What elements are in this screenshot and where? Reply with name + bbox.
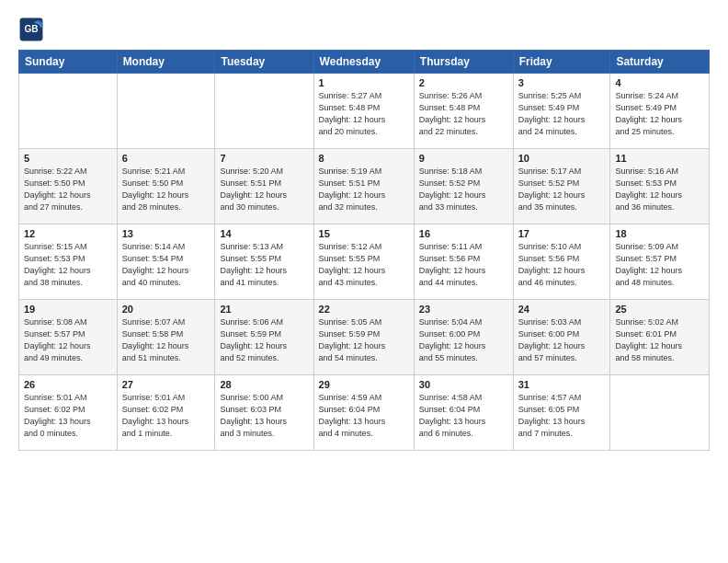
- day-info: Sunrise: 5:16 AM Sunset: 5:53 PM Dayligh…: [615, 166, 704, 213]
- day-number: 11: [615, 153, 704, 164]
- day-number: 17: [518, 228, 606, 239]
- day-info: Sunrise: 5:10 AM Sunset: 5:56 PM Dayligh…: [518, 241, 606, 289]
- calendar-cell: 1Sunrise: 5:27 AM Sunset: 5:48 PM Daylig…: [313, 74, 414, 149]
- weekday-header-tuesday: Tuesday: [215, 51, 313, 74]
- calendar-cell: [19, 74, 118, 149]
- week-row-5: 26Sunrise: 5:01 AM Sunset: 6:02 PM Dayli…: [19, 375, 710, 451]
- day-number: 22: [319, 304, 409, 315]
- day-info: Sunrise: 5:17 AM Sunset: 5:52 PM Dayligh…: [518, 166, 606, 213]
- day-info: Sunrise: 5:07 AM Sunset: 5:58 PM Dayligh…: [122, 316, 210, 364]
- day-info: Sunrise: 5:19 AM Sunset: 5:51 PM Dayligh…: [319, 166, 409, 213]
- day-number: 29: [319, 379, 409, 390]
- day-info: Sunrise: 5:09 AM Sunset: 5:57 PM Dayligh…: [615, 241, 704, 289]
- day-number: 18: [615, 228, 704, 239]
- day-info: Sunrise: 5:21 AM Sunset: 5:50 PM Dayligh…: [122, 166, 210, 213]
- day-info: Sunrise: 5:06 AM Sunset: 5:59 PM Dayligh…: [220, 316, 308, 364]
- day-info: Sunrise: 5:01 AM Sunset: 6:02 PM Dayligh…: [122, 392, 210, 440]
- calendar-cell: 30Sunrise: 4:58 AM Sunset: 6:04 PM Dayli…: [414, 375, 513, 451]
- logo: GB: [18, 17, 46, 42]
- calendar-cell: 11Sunrise: 5:16 AM Sunset: 5:53 PM Dayli…: [610, 149, 710, 224]
- calendar-cell: 21Sunrise: 5:06 AM Sunset: 5:59 PM Dayli…: [215, 300, 313, 375]
- calendar-cell: 3Sunrise: 5:25 AM Sunset: 5:49 PM Daylig…: [513, 74, 610, 149]
- day-number: 8: [319, 153, 409, 164]
- calendar-cell: 4Sunrise: 5:24 AM Sunset: 5:49 PM Daylig…: [610, 74, 710, 149]
- day-info: Sunrise: 5:00 AM Sunset: 6:03 PM Dayligh…: [220, 392, 308, 440]
- day-info: Sunrise: 5:05 AM Sunset: 5:59 PM Dayligh…: [319, 316, 409, 364]
- week-row-1: 1Sunrise: 5:27 AM Sunset: 5:48 PM Daylig…: [19, 74, 710, 149]
- day-info: Sunrise: 5:24 AM Sunset: 5:49 PM Dayligh…: [615, 90, 704, 138]
- page: GB SundayMondayTuesdayWednesdayThursdayF…: [0, 0, 728, 563]
- calendar-cell: 20Sunrise: 5:07 AM Sunset: 5:58 PM Dayli…: [117, 300, 215, 375]
- day-info: Sunrise: 5:18 AM Sunset: 5:52 PM Dayligh…: [419, 166, 508, 213]
- day-number: 9: [419, 153, 508, 164]
- weekday-header-row: SundayMondayTuesdayWednesdayThursdayFrid…: [19, 51, 710, 74]
- calendar-cell: 18Sunrise: 5:09 AM Sunset: 5:57 PM Dayli…: [610, 224, 710, 300]
- day-info: Sunrise: 5:15 AM Sunset: 5:53 PM Dayligh…: [24, 241, 112, 289]
- calendar-cell: 8Sunrise: 5:19 AM Sunset: 5:51 PM Daylig…: [313, 149, 414, 224]
- calendar-cell: 16Sunrise: 5:11 AM Sunset: 5:56 PM Dayli…: [414, 224, 513, 300]
- calendar-cell: 9Sunrise: 5:18 AM Sunset: 5:52 PM Daylig…: [414, 149, 513, 224]
- calendar-cell: [215, 74, 313, 149]
- calendar-cell: 12Sunrise: 5:15 AM Sunset: 5:53 PM Dayli…: [19, 224, 118, 300]
- logo-icon: GB: [18, 17, 44, 42]
- day-number: 16: [419, 228, 508, 239]
- day-number: 19: [24, 304, 112, 315]
- calendar-cell: 17Sunrise: 5:10 AM Sunset: 5:56 PM Dayli…: [513, 224, 610, 300]
- day-number: 28: [220, 379, 308, 390]
- calendar-table: SundayMondayTuesdayWednesdayThursdayFrid…: [18, 50, 710, 451]
- day-info: Sunrise: 4:59 AM Sunset: 6:04 PM Dayligh…: [319, 392, 409, 440]
- weekday-header-monday: Monday: [117, 51, 215, 74]
- calendar-cell: 27Sunrise: 5:01 AM Sunset: 6:02 PM Dayli…: [117, 375, 215, 451]
- day-info: Sunrise: 4:58 AM Sunset: 6:04 PM Dayligh…: [419, 392, 508, 440]
- day-number: 30: [419, 379, 508, 390]
- day-number: 15: [319, 228, 409, 239]
- day-info: Sunrise: 5:27 AM Sunset: 5:48 PM Dayligh…: [319, 90, 409, 138]
- day-number: 2: [419, 77, 508, 88]
- day-number: 10: [518, 153, 606, 164]
- day-number: 3: [518, 77, 606, 88]
- day-info: Sunrise: 4:57 AM Sunset: 6:05 PM Dayligh…: [518, 392, 606, 440]
- day-info: Sunrise: 5:26 AM Sunset: 5:48 PM Dayligh…: [419, 90, 508, 138]
- day-number: 13: [122, 228, 210, 239]
- day-number: 21: [220, 304, 308, 315]
- week-row-3: 12Sunrise: 5:15 AM Sunset: 5:53 PM Dayli…: [19, 224, 710, 300]
- week-row-2: 5Sunrise: 5:22 AM Sunset: 5:50 PM Daylig…: [19, 149, 710, 224]
- calendar-cell: 26Sunrise: 5:01 AM Sunset: 6:02 PM Dayli…: [19, 375, 118, 451]
- calendar-cell: 10Sunrise: 5:17 AM Sunset: 5:52 PM Dayli…: [513, 149, 610, 224]
- day-number: 5: [24, 153, 112, 164]
- day-number: 27: [122, 379, 210, 390]
- calendar-cell: [117, 74, 215, 149]
- calendar-cell: 7Sunrise: 5:20 AM Sunset: 5:51 PM Daylig…: [215, 149, 313, 224]
- day-info: Sunrise: 5:04 AM Sunset: 6:00 PM Dayligh…: [419, 316, 508, 364]
- day-number: 14: [220, 228, 308, 239]
- day-number: 12: [24, 228, 112, 239]
- day-number: 7: [220, 153, 308, 164]
- header: GB: [18, 17, 710, 42]
- calendar-cell: 31Sunrise: 4:57 AM Sunset: 6:05 PM Dayli…: [513, 375, 610, 451]
- calendar-cell: 5Sunrise: 5:22 AM Sunset: 5:50 PM Daylig…: [19, 149, 118, 224]
- day-number: 6: [122, 153, 210, 164]
- day-info: Sunrise: 5:01 AM Sunset: 6:02 PM Dayligh…: [24, 392, 112, 440]
- calendar-cell: 23Sunrise: 5:04 AM Sunset: 6:00 PM Dayli…: [414, 300, 513, 375]
- day-info: Sunrise: 5:02 AM Sunset: 6:01 PM Dayligh…: [615, 316, 704, 364]
- day-number: 20: [122, 304, 210, 315]
- day-info: Sunrise: 5:08 AM Sunset: 5:57 PM Dayligh…: [24, 316, 112, 364]
- weekday-header-sunday: Sunday: [19, 51, 118, 74]
- day-number: 26: [24, 379, 112, 390]
- day-number: 31: [518, 379, 606, 390]
- calendar-cell: 13Sunrise: 5:14 AM Sunset: 5:54 PM Dayli…: [117, 224, 215, 300]
- calendar-cell: 28Sunrise: 5:00 AM Sunset: 6:03 PM Dayli…: [215, 375, 313, 451]
- day-info: Sunrise: 5:12 AM Sunset: 5:55 PM Dayligh…: [319, 241, 409, 289]
- svg-text:GB: GB: [24, 24, 38, 34]
- calendar-cell: 19Sunrise: 5:08 AM Sunset: 5:57 PM Dayli…: [19, 300, 118, 375]
- day-info: Sunrise: 5:03 AM Sunset: 6:00 PM Dayligh…: [518, 316, 606, 364]
- calendar-cell: 15Sunrise: 5:12 AM Sunset: 5:55 PM Dayli…: [313, 224, 414, 300]
- week-row-4: 19Sunrise: 5:08 AM Sunset: 5:57 PM Dayli…: [19, 300, 710, 375]
- calendar-cell: 22Sunrise: 5:05 AM Sunset: 5:59 PM Dayli…: [313, 300, 414, 375]
- weekday-header-wednesday: Wednesday: [313, 51, 414, 74]
- day-number: 25: [615, 304, 704, 315]
- day-number: 1: [319, 77, 409, 88]
- calendar-cell: [610, 375, 710, 451]
- calendar-cell: 24Sunrise: 5:03 AM Sunset: 6:00 PM Dayli…: [513, 300, 610, 375]
- day-number: 24: [518, 304, 606, 315]
